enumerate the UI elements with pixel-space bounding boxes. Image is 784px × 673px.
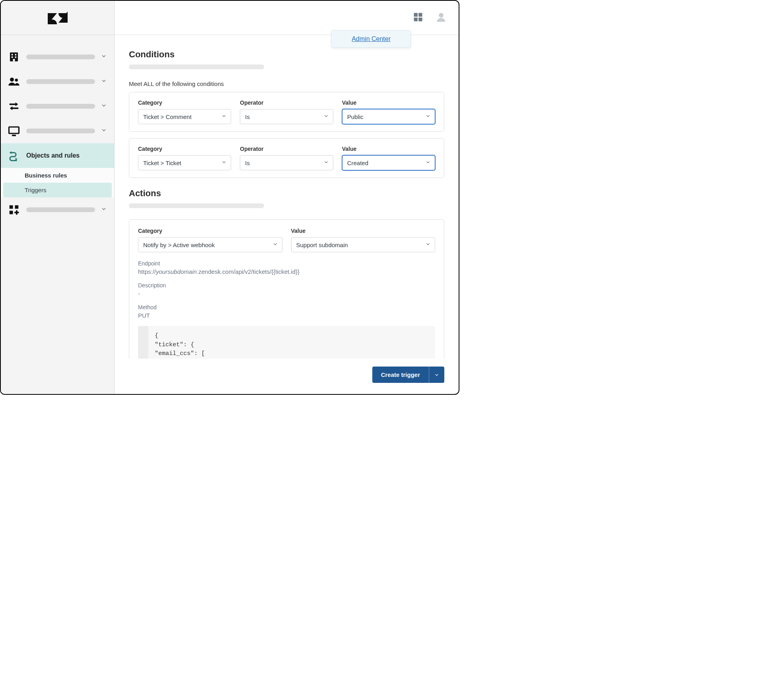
nav-item-2[interactable] [1,69,114,94]
nav-item-6[interactable] [1,197,114,222]
placeholder-bar [129,64,264,69]
svg-rect-1 [12,54,13,56]
description-value: - [138,290,435,297]
chevron-down-icon [221,113,227,120]
svg-rect-2 [15,54,17,56]
svg-point-7 [15,79,18,82]
category-label: Category [138,146,231,152]
svg-rect-4 [15,57,17,58]
actions-title: Actions [129,188,444,199]
nav-item-3[interactable] [1,94,114,119]
nav-item-1[interactable] [1,45,114,69]
chevron-down-icon [101,127,108,135]
people-icon [7,75,21,88]
create-trigger-dropdown[interactable] [429,367,444,383]
code-body: { "ticket": { "email_ccs": [ { "user_id"… [148,326,265,359]
building-icon [7,50,21,64]
svg-rect-20 [418,18,422,21]
nav-placeholder [26,55,95,59]
select-value: Notify by > Active webhook [143,242,215,248]
select-value: Ticket > Ticket [143,160,181,166]
select-value: Ticket > Comment [143,113,192,120]
footer: Create trigger [115,359,459,394]
nav: Objects and rules Business rules Trigger… [1,35,114,222]
nav-placeholder [26,207,95,212]
sub-heading-business-rules[interactable]: Business rules [1,168,114,183]
category-label: Category [138,228,282,234]
operator-select[interactable]: Is [240,155,333,170]
operator-select[interactable]: Is [240,109,333,124]
nav-label: Objects and rules [26,152,108,159]
nav-item-objects-rules[interactable]: Objects and rules [1,143,114,168]
category-select[interactable]: Ticket > Comment [138,109,231,124]
app-window: Objects and rules Business rules Trigger… [0,0,459,395]
svg-rect-19 [414,18,418,21]
admin-center-link[interactable]: Admin Center [352,35,391,42]
nav-placeholder [26,129,95,133]
zendesk-logo-icon [48,10,68,26]
action-category-select[interactable]: Notify by > Active webhook [138,237,282,252]
select-value: Support subdomain [296,242,348,248]
operator-label: Operator [240,146,333,152]
value-select[interactable]: Created [342,155,435,170]
select-value: Created [347,160,368,166]
nav-placeholder [26,79,95,84]
main: Admin Center Conditions Meet ALL of the … [115,1,459,394]
svg-rect-10 [9,127,19,133]
value-select[interactable]: Public [342,109,435,124]
value-label: Value [342,99,435,106]
sub-item-triggers[interactable]: Triggers [3,183,112,197]
chevron-down-icon [101,102,108,110]
chevron-down-icon [101,78,108,86]
chevron-down-icon [434,372,440,378]
chevron-down-icon [425,242,431,248]
sub-nav: Business rules Triggers [1,168,114,197]
svg-point-6 [10,78,14,82]
condition-card: Category Ticket > Comment Operator Is [129,92,444,132]
meet-all-label: Meet ALL of the following conditions [129,80,444,87]
action-value-select[interactable]: Support subdomain [291,237,436,252]
monitor-icon [7,124,21,138]
sidebar: Objects and rules Business rules Trigger… [1,1,115,394]
select-value: Public [347,113,364,120]
nav-placeholder [26,104,95,109]
nav-item-4[interactable] [1,119,114,143]
create-trigger-group: Create trigger [372,367,444,383]
chevron-down-icon [425,160,431,166]
category-select[interactable]: Ticket > Ticket [138,155,231,170]
svg-rect-18 [418,13,422,16]
workflow-icon [7,149,21,162]
user-avatar-icon[interactable] [436,12,447,24]
conditions-title: Conditions [129,49,444,60]
chevron-down-icon [323,160,329,166]
chevron-down-icon [323,113,329,120]
svg-rect-17 [414,13,418,16]
category-label: Category [138,99,231,106]
select-value: Is [245,160,250,166]
svg-rect-13 [15,205,19,209]
chevron-down-icon [101,206,108,214]
select-value: Is [245,113,250,120]
chevron-down-icon [425,113,431,120]
svg-rect-3 [12,57,13,58]
actions-card: Category Notify by > Active webhook Valu… [129,219,444,359]
apps-grid-icon[interactable] [412,12,424,24]
chevron-down-icon [272,242,278,248]
operator-label: Operator [240,99,333,106]
content: Conditions Meet ALL of the following con… [115,35,459,359]
method-value: PUT [138,312,435,319]
method-label: Method [138,304,435,310]
apps-add-icon [7,203,21,217]
svg-rect-14 [10,211,13,215]
create-trigger-button[interactable]: Create trigger [372,367,429,383]
placeholder-bar [129,203,264,208]
endpoint-label: Endpoint [138,260,435,267]
value-label: Value [291,228,436,234]
admin-center-pill: Admin Center [331,30,411,48]
value-label: Value [342,146,435,152]
svg-rect-5 [13,59,15,61]
arrows-icon [7,99,21,113]
logo[interactable] [1,1,114,35]
condition-card: Category Ticket > Ticket Operator Is [129,138,444,178]
code-gutter [138,326,148,359]
